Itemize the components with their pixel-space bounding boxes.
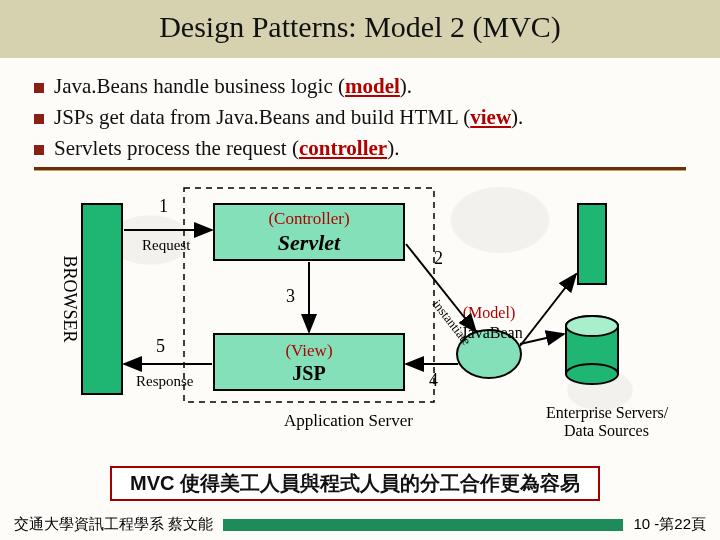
bullet-icon [34, 114, 44, 124]
footer-left: 交通大學資訊工程學系 蔡文能 [0, 515, 213, 534]
divider [34, 167, 686, 170]
view-role: (View) [285, 341, 332, 360]
num-3: 3 [286, 286, 295, 306]
num-2: 2 [434, 248, 443, 268]
view-name: JSP [292, 362, 325, 384]
svg-point-2 [566, 316, 618, 336]
bullet-item: Java.Beans handle business logic (model)… [34, 74, 686, 99]
label-request: Request [142, 237, 191, 253]
num-4: 4 [429, 370, 438, 390]
bullet-list: Java.Beans handle business logic (model)… [34, 74, 686, 161]
mvc-diagram: BROWSER (Controller) Servlet (View) JSP … [34, 174, 686, 454]
bullet-text: JSPs get data from Java.Beans and build … [54, 105, 523, 130]
bullet-item: JSPs get data from Java.Beans and build … [34, 105, 686, 130]
browser-box [82, 204, 122, 394]
controller-role: (Controller) [268, 209, 349, 228]
caption-box: MVC 使得美工人員與程式人員的分工合作更為容易 [110, 466, 600, 501]
bullet-item: Servlets process the request (controller… [34, 136, 686, 161]
footer-bar [223, 519, 623, 531]
enterprise-label-2: Data Sources [564, 422, 649, 439]
bullet-icon [34, 145, 44, 155]
slide-title: Design Patterns: Model 2 (MVC) [0, 10, 720, 44]
slide-content: Java.Beans handle business logic (model)… [0, 58, 720, 454]
footer: 交通大學資訊工程學系 蔡文能 10 -第22頁 [0, 515, 720, 534]
browser-label: BROWSER [60, 255, 80, 342]
footer-right: 10 -第22頁 [633, 515, 720, 534]
bullet-text: Servlets process the request (controller… [54, 136, 399, 161]
enterprise-label-1: Enterprise Servers/ [546, 404, 669, 422]
num-5: 5 [156, 336, 165, 356]
label-response: Response [136, 373, 194, 389]
bullet-text: Java.Beans handle business logic (model)… [54, 74, 412, 99]
svg-point-1 [566, 364, 618, 384]
caption-text: MVC 使得美工人員與程式人員的分工合作更為容易 [130, 472, 580, 494]
app-server-label: Application Server [284, 411, 413, 430]
model-role: (Model) [463, 304, 515, 322]
slide-header: Design Patterns: Model 2 (MVC) [0, 0, 720, 58]
num-1: 1 [159, 196, 168, 216]
server-icon [578, 204, 606, 284]
bullet-icon [34, 83, 44, 93]
controller-name: Servlet [278, 230, 341, 255]
